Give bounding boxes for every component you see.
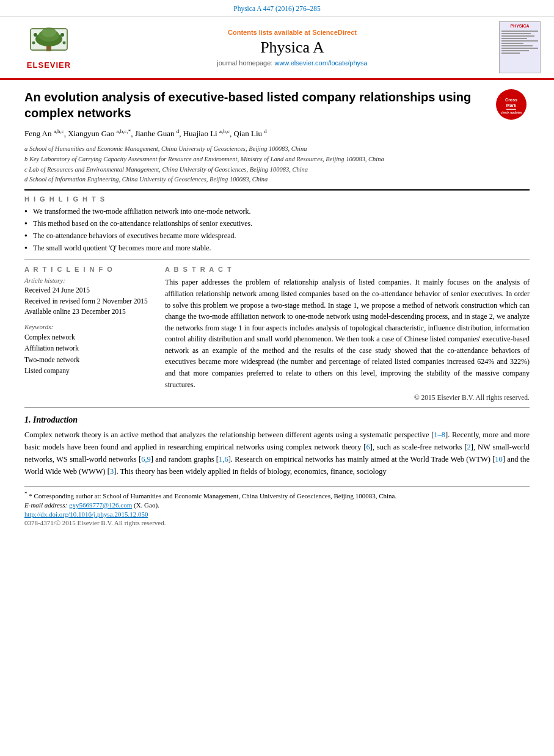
crossmark-badge: Cross Mark check updates xyxy=(496,89,530,123)
footnote-doi: http://dx.doi.org/10.1016/j.physa.2015.1… xyxy=(24,511,530,518)
thick-rule-top xyxy=(24,189,530,191)
journal-center-info: Contents lists available at ScienceDirec… xyxy=(92,29,493,67)
journal-name: Physica A xyxy=(92,38,493,57)
footnote-section: * * Corresponding author at: School of H… xyxy=(24,486,530,526)
copyright-line: © 2015 Elsevier B.V. All rights reserved… xyxy=(165,394,530,401)
elsevier-tree-icon xyxy=(24,26,73,59)
authors-line: Feng An a,b,c, Xiangyun Gao a,b,c,*, Jia… xyxy=(24,127,530,140)
received-date: Received 24 June 2015 xyxy=(24,285,153,296)
homepage-link[interactable]: www.elsevier.com/locate/physa xyxy=(274,59,367,67)
publisher-logo-area: ELSEVIER xyxy=(12,26,86,70)
abstract-heading: A B S T R A C T xyxy=(165,266,530,273)
highlight-item-4: The small world quotient 'Q' becomes mor… xyxy=(24,243,530,253)
article-info-heading: A R T I C L E I N F O xyxy=(24,266,153,273)
keyword-1: Complex network xyxy=(24,332,153,343)
main-content: An evolution analysis of executive-based… xyxy=(0,80,554,536)
footnote-email: E-mail address: gxy5669777@126.com (X. G… xyxy=(24,501,530,509)
keyword-4: Listed company xyxy=(24,365,153,376)
keywords-block: Keywords: Complex network Affiliation ne… xyxy=(24,323,153,377)
highlight-item-3: The co-attendance behaviors of executive… xyxy=(24,231,530,241)
ref-2[interactable]: 2 xyxy=(467,443,471,451)
highlight-item-1: We transformed the two-mode affiliation … xyxy=(24,206,530,217)
top-citation-bar: Physica A 447 (2016) 276–285 xyxy=(0,0,554,16)
revised-date: Received in revised form 2 November 2015 xyxy=(24,296,153,307)
affiliation-b: b Key Laboratory of Carrying Capacity As… xyxy=(24,154,530,164)
section-divider-2 xyxy=(24,407,530,408)
ref-6[interactable]: 6 xyxy=(366,443,370,451)
keyword-3: Two-mode network xyxy=(24,354,153,365)
footnote-issn: 0378-4371/© 2015 Elsevier B.V. All right… xyxy=(24,519,530,526)
abstract-text: This paper addresses the problem of rela… xyxy=(165,277,530,390)
affiliation-a: a School of Humanities and Economic Mana… xyxy=(24,144,530,154)
available-date: Available online 23 December 2015 xyxy=(24,307,153,317)
highlights-section: H I G H L I G H T S We transformed the t… xyxy=(24,195,530,253)
elsevier-wordmark: ELSEVIER xyxy=(27,60,71,70)
crossmark-icon: Cross Mark check updates xyxy=(496,89,527,120)
homepage-line: journal homepage: www.elsevier.com/locat… xyxy=(92,59,493,67)
svg-point-7 xyxy=(60,33,64,37)
introduction-paragraph-1: Complex network theory is an active meth… xyxy=(24,429,530,478)
highlights-list: We transformed the two-mode affiliation … xyxy=(24,206,530,253)
svg-text:Mark: Mark xyxy=(506,103,516,107)
email-link[interactable]: gxy5669777@126.com xyxy=(69,501,132,509)
svg-point-8 xyxy=(32,41,35,44)
svg-point-6 xyxy=(34,33,37,37)
affiliation-d: d School of Information Engineering, Chi… xyxy=(24,175,530,184)
highlights-heading: H I G H L I G H T S xyxy=(24,195,530,203)
article-title-text: An evolution analysis of executive-based… xyxy=(24,90,471,120)
elsevier-logo: ELSEVIER xyxy=(12,26,86,70)
two-column-section: A R T I C L E I N F O Article history: R… xyxy=(24,266,530,401)
contents-label: Contents lists available at xyxy=(228,29,310,36)
ref-6-9[interactable]: 6,9 xyxy=(141,455,151,463)
highlight-item-2: This method based on the co-attendance r… xyxy=(24,219,530,229)
abstract-column: A B S T R A C T This paper addresses the… xyxy=(165,266,530,401)
journal-cover-thumbnail: PHYSICA xyxy=(499,21,542,73)
introduction-section: 1. Introduction Complex network theory i… xyxy=(24,415,530,478)
keyword-2: Affiliation network xyxy=(24,343,153,354)
introduction-heading: 1. Introduction xyxy=(24,415,530,425)
affiliations-block: a School of Humanities and Economic Mana… xyxy=(24,144,530,184)
keywords-label: Keywords: xyxy=(24,323,153,330)
svg-text:Cross: Cross xyxy=(505,98,517,102)
ref-10[interactable]: 10 xyxy=(495,455,503,463)
cover-image: PHYSICA xyxy=(499,21,541,73)
article-title-block: An evolution analysis of executive-based… xyxy=(24,89,530,121)
citation-link[interactable]: Physica A 447 (2016) 276–285 xyxy=(233,5,320,12)
article-info-column: A R T I C L E I N F O Article history: R… xyxy=(24,266,153,401)
footnote-corresponding: * * Corresponding author at: School of H… xyxy=(24,490,530,500)
ref-1-8[interactable]: 1–8 xyxy=(434,431,445,439)
affiliation-c: c Lab of Resources and Environmental Man… xyxy=(24,165,530,175)
svg-text:check updates: check updates xyxy=(501,111,522,114)
sciencedirect-brand: ScienceDirect xyxy=(312,29,357,36)
section-divider-1 xyxy=(24,259,530,260)
journal-header: ELSEVIER Contents lists available at Sci… xyxy=(0,16,554,80)
sciencedirect-line: Contents lists available at ScienceDirec… xyxy=(92,29,493,36)
ref-3[interactable]: 3 xyxy=(110,467,114,476)
article-history-block: Article history: Received 24 June 2015 R… xyxy=(24,277,153,317)
ref-1-6[interactable]: 1,6 xyxy=(219,455,228,463)
history-label: Article history: xyxy=(24,277,153,284)
doi-link[interactable]: http://dx.doi.org/10.1016/j.physa.2015.1… xyxy=(24,511,148,518)
svg-point-9 xyxy=(63,41,66,44)
